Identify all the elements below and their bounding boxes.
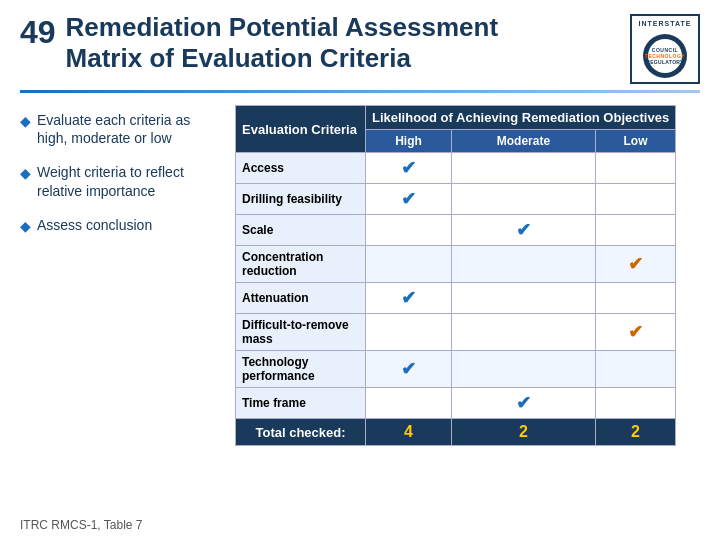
bullet-diamond-1: ◆ [20, 112, 31, 130]
criteria-cell: Technology performance [236, 351, 366, 388]
bullet-diamond-2: ◆ [20, 164, 31, 182]
bullet-item-3: ◆ Assess conclusion [20, 216, 215, 235]
content: ◆ Evaluate each criteria as high, modera… [0, 93, 720, 452]
high-cell [366, 388, 452, 419]
table-row: Time frame✔ [236, 388, 676, 419]
table-row: Difficult-to-remove mass✔ [236, 314, 676, 351]
criteria-cell: Access [236, 153, 366, 184]
footer: ITRC RMCS-1, Table 7 [20, 518, 142, 532]
moderate-cell [452, 314, 596, 351]
low-cell: ✔ [595, 246, 675, 283]
criteria-cell: Difficult-to-remove mass [236, 314, 366, 351]
bullet-diamond-3: ◆ [20, 217, 31, 235]
moderate-cell [452, 246, 596, 283]
criteria-cell: Drilling feasibility [236, 184, 366, 215]
moderate-cell [452, 184, 596, 215]
likelihood-header: Likelihood of Achieving Remediation Obje… [366, 106, 676, 130]
title-block: Remediation Potential Assessment Matrix … [66, 12, 499, 74]
criteria-cell: Time frame [236, 388, 366, 419]
moderate-cell [452, 283, 596, 314]
bullet-text-2: Weight criteria to reflect relative impo… [37, 163, 215, 199]
table-row: Drilling feasibility✔ [236, 184, 676, 215]
bullet-text-3: Assess conclusion [37, 216, 152, 234]
total-label: Total checked: [236, 419, 366, 446]
total-number: 2 [631, 423, 640, 440]
logo-interstate-text: INTERSTATE [639, 20, 692, 27]
bullet-items: ◆ Evaluate each criteria as high, modera… [20, 111, 215, 235]
low-cell [595, 351, 675, 388]
table-row: Access✔ [236, 153, 676, 184]
total_moderate-cell: 2 [452, 419, 596, 446]
high-cell [366, 314, 452, 351]
low-cell [595, 388, 675, 419]
total_low-cell: 2 [595, 419, 675, 446]
criteria-cell: Scale [236, 215, 366, 246]
checkmark-icon: ✔ [628, 254, 643, 274]
header: 49 Remediation Potential Assessment Matr… [0, 0, 720, 84]
low-cell [595, 215, 675, 246]
table-row: Technology performance✔ [236, 351, 676, 388]
checkmark-icon: ✔ [401, 288, 416, 308]
table-row: Concentration reduction✔ [236, 246, 676, 283]
checkmark-icon: ✔ [516, 393, 531, 413]
logo-regulatory: REGULATORY [646, 59, 683, 65]
low-cell [595, 184, 675, 215]
high-cell: ✔ [366, 283, 452, 314]
col-criteria-header: Evaluation Criteria [236, 106, 366, 153]
slide: 49 Remediation Potential Assessment Matr… [0, 0, 720, 540]
total-number: 4 [404, 423, 413, 440]
high-cell [366, 215, 452, 246]
high-cell [366, 246, 452, 283]
slide-number: 49 [20, 16, 56, 48]
total-row: Total checked:422 [236, 419, 676, 446]
table-row: Attenuation✔ [236, 283, 676, 314]
low-cell [595, 283, 675, 314]
table-row: Scale✔ [236, 215, 676, 246]
criteria-cell: Attenuation [236, 283, 366, 314]
bullet-list: ◆ Evaluate each criteria as high, modera… [20, 105, 215, 446]
checkmark-icon: ✔ [516, 220, 531, 240]
criteria-cell: Concentration reduction [236, 246, 366, 283]
evaluation-table: Evaluation Criteria Likelihood of Achiev… [235, 105, 676, 446]
footer-text: ITRC RMCS-1, Table 7 [20, 518, 142, 532]
table-container: Evaluation Criteria Likelihood of Achiev… [235, 105, 700, 446]
low-cell: ✔ [595, 314, 675, 351]
col-high-header: High [366, 130, 452, 153]
logo-box: INTERSTATE COUNCIL TECHNOLOGY REGULATORY [630, 14, 700, 84]
checkmark-icon: ✔ [401, 359, 416, 379]
logo-circle-inner: COUNCIL TECHNOLOGY REGULATORY [648, 39, 682, 73]
high-cell: ✔ [366, 184, 452, 215]
title: Remediation Potential Assessment Matrix … [66, 12, 499, 74]
moderate-cell [452, 351, 596, 388]
logo-circle: COUNCIL TECHNOLOGY REGULATORY [643, 34, 687, 78]
moderate-cell: ✔ [452, 215, 596, 246]
header-left: 49 Remediation Potential Assessment Matr… [20, 12, 498, 74]
low-cell [595, 153, 675, 184]
moderate-cell: ✔ [452, 388, 596, 419]
bullet-item-2: ◆ Weight criteria to reflect relative im… [20, 163, 215, 199]
total_high-cell: 4 [366, 419, 452, 446]
checkmark-icon: ✔ [401, 158, 416, 178]
bullet-item-1: ◆ Evaluate each criteria as high, modera… [20, 111, 215, 147]
col-moderate-header: Moderate [452, 130, 596, 153]
bullet-text-1: Evaluate each criteria as high, moderate… [37, 111, 215, 147]
checkmark-icon: ✔ [628, 322, 643, 342]
high-cell: ✔ [366, 153, 452, 184]
logo-area: INTERSTATE COUNCIL TECHNOLOGY REGULATORY [630, 14, 700, 84]
checkmark-icon: ✔ [401, 189, 416, 209]
moderate-cell [452, 153, 596, 184]
col-low-header: Low [595, 130, 675, 153]
total-number: 2 [519, 423, 528, 440]
high-cell: ✔ [366, 351, 452, 388]
